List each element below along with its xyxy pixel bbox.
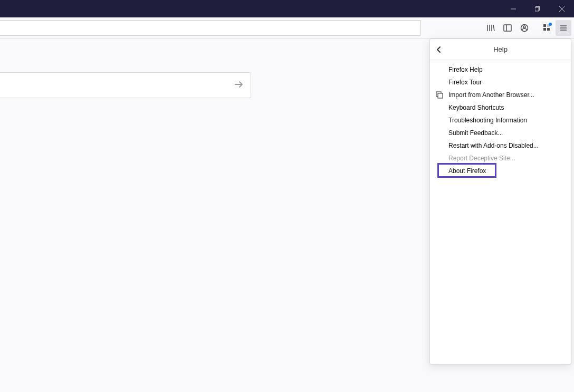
help-menu-list: Firefox Help Firefox Tour Import from An… xyxy=(430,60,571,180)
window-titlebar xyxy=(0,0,574,17)
svg-rect-11 xyxy=(438,93,443,98)
svg-rect-6 xyxy=(543,28,546,31)
svg-rect-8 xyxy=(543,24,546,27)
import-icon xyxy=(435,91,444,99)
close-button[interactable] xyxy=(550,0,574,17)
menu-item-label: Report Deceptive Site... xyxy=(448,155,515,162)
svg-point-5 xyxy=(523,26,525,28)
panel-back-button[interactable] xyxy=(435,39,443,60)
whatsnew-icon[interactable] xyxy=(539,20,554,36)
svg-rect-0 xyxy=(536,6,540,10)
search-go-icon[interactable] xyxy=(234,79,244,91)
notification-dot xyxy=(549,23,552,26)
library-icon[interactable] xyxy=(483,20,499,36)
menu-item-label: Troubleshooting Information xyxy=(448,117,527,124)
menu-item-import[interactable]: Import from Another Browser... xyxy=(430,89,571,101)
help-panel: Help Firefox Help Firefox Tour Import fr… xyxy=(429,39,571,365)
menu-item-submit-feedback[interactable]: Submit Feedback... xyxy=(430,127,571,139)
browser-toolbar xyxy=(0,17,574,39)
maximize-button[interactable] xyxy=(525,0,550,17)
menu-item-troubleshooting[interactable]: Troubleshooting Information xyxy=(430,114,571,127)
menu-item-label: Import from Another Browser... xyxy=(448,91,534,99)
menu-item-label: Firefox Help xyxy=(448,66,483,73)
menu-item-report-deceptive: Report Deceptive Site... xyxy=(430,152,571,165)
menu-item-keyboard-shortcuts[interactable]: Keyboard Shortcuts xyxy=(430,101,571,114)
hamburger-menu-button[interactable] xyxy=(556,20,571,36)
account-icon[interactable] xyxy=(516,20,532,36)
sidebar-icon[interactable] xyxy=(500,20,515,36)
menu-item-label: Firefox Tour xyxy=(448,79,482,86)
search-box[interactable] xyxy=(0,72,251,98)
menu-item-restart-addons-disabled[interactable]: Restart with Add-ons Disabled... xyxy=(430,139,571,152)
minimize-button[interactable] xyxy=(501,0,525,17)
svg-rect-2 xyxy=(504,25,511,31)
url-input[interactable] xyxy=(0,20,421,36)
menu-item-label: Keyboard Shortcuts xyxy=(448,104,504,111)
menu-item-label: Submit Feedback... xyxy=(448,129,503,137)
panel-title: Help xyxy=(430,45,571,53)
svg-rect-1 xyxy=(535,7,539,11)
menu-item-label: About Firefox xyxy=(448,167,486,175)
menu-item-firefox-tour[interactable]: Firefox Tour xyxy=(430,76,571,89)
panel-header: Help xyxy=(430,39,571,60)
svg-rect-7 xyxy=(547,28,550,31)
menu-item-label: Restart with Add-ons Disabled... xyxy=(448,142,539,149)
menu-item-about-firefox[interactable]: About Firefox xyxy=(430,165,571,177)
menu-item-firefox-help[interactable]: Firefox Help xyxy=(430,63,571,76)
